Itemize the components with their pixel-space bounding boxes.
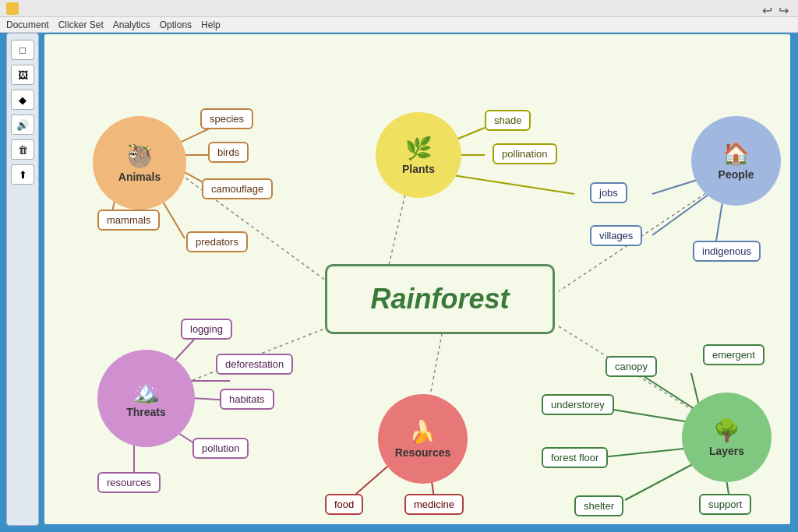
plants-icon: 🌿 xyxy=(405,136,433,161)
resources-medicine[interactable]: medicine xyxy=(404,494,464,515)
sidebar-btn-2[interactable]: 🖼 xyxy=(11,65,34,85)
plants-pollination[interactable]: pollination xyxy=(493,143,557,164)
animals-label: Animals xyxy=(118,171,161,183)
menu-clicker-set[interactable]: Clicker Set xyxy=(58,19,104,30)
threats-label: Threats xyxy=(126,406,166,418)
threats-resources[interactable]: resources xyxy=(97,472,161,493)
plants-node[interactable]: 🌿 Plants xyxy=(376,112,461,198)
threats-pollution[interactable]: pollution xyxy=(192,438,249,459)
window-controls: ↩ ↪ xyxy=(762,3,789,18)
layers-icon: 🌳 xyxy=(713,417,740,443)
threats-node[interactable]: 🏔️ Threats xyxy=(97,350,195,447)
animals-node[interactable]: 🦥 Animals xyxy=(93,116,186,210)
sidebar-btn-3[interactable]: ◆ xyxy=(11,90,34,110)
people-indigenous[interactable]: indigenous xyxy=(693,241,761,262)
sidebar-btn-1[interactable]: □ xyxy=(11,40,34,60)
resources-icon: 🍌 xyxy=(409,419,436,445)
resources-node[interactable]: 🍌 Resources xyxy=(378,394,468,484)
people-jobs[interactable]: jobs xyxy=(590,182,627,203)
animals-predators[interactable]: predators xyxy=(186,231,248,252)
redo-button[interactable]: ↪ xyxy=(779,3,789,18)
central-label: Rainforest xyxy=(370,283,509,315)
sidebar-btn-4[interactable]: 🔊 xyxy=(11,115,34,135)
animals-camouflage[interactable]: camouflage xyxy=(202,178,273,199)
plants-label: Plants xyxy=(402,163,435,175)
resources-food[interactable]: food xyxy=(325,494,363,515)
plants-shade[interactable]: shade xyxy=(485,110,531,131)
animals-birds[interactable]: birds xyxy=(208,142,249,163)
undo-button[interactable]: ↩ xyxy=(762,3,772,18)
mind-map-canvas: Rainforest 🦥 Animals species birds camou… xyxy=(43,33,792,526)
app-icon xyxy=(6,2,19,15)
animals-species[interactable]: species xyxy=(200,108,253,129)
layers-label: Layers xyxy=(709,445,744,457)
layers-node[interactable]: 🌳 Layers xyxy=(682,393,772,482)
people-node[interactable]: 🏠 People xyxy=(691,116,781,206)
threats-logging[interactable]: logging xyxy=(181,319,232,340)
central-node: Rainforest xyxy=(325,264,555,334)
animals-icon: 🦥 xyxy=(126,143,154,169)
sidebar-btn-6[interactable]: ⬆ xyxy=(11,164,34,185)
layers-emergent[interactable]: emergent xyxy=(703,344,764,365)
threats-habitats[interactable]: habitats xyxy=(220,389,274,410)
left-sidebar: □ 🖼 ◆ 🔊 🗑 ⬆ xyxy=(6,33,39,526)
menu-bar: Document Clicker Set Analytics Options H… xyxy=(0,17,798,33)
layers-canopy[interactable]: canopy xyxy=(606,356,657,377)
menu-analytics[interactable]: Analytics xyxy=(113,19,150,30)
threats-icon: 🏔️ xyxy=(132,379,160,404)
people-label: People xyxy=(719,168,754,181)
layers-understorey[interactable]: understorey xyxy=(542,394,614,415)
layers-shelter[interactable]: shelter xyxy=(574,495,623,516)
title-bar: ↩ ↪ xyxy=(0,0,798,17)
threats-deforestation[interactable]: deforestation xyxy=(216,354,293,375)
menu-options[interactable]: Options xyxy=(160,19,192,30)
sidebar-btn-5[interactable]: 🗑 xyxy=(11,139,34,160)
menu-help[interactable]: Help xyxy=(201,19,221,30)
resources-label: Resources xyxy=(395,446,451,459)
menu-document[interactable]: Document xyxy=(6,19,49,30)
people-icon: 🏠 xyxy=(722,141,750,167)
animals-mammals[interactable]: mammals xyxy=(97,210,160,231)
layers-forest-floor[interactable]: forest floor xyxy=(542,447,608,468)
layers-support[interactable]: support xyxy=(699,494,751,515)
people-villages[interactable]: villages xyxy=(590,225,642,246)
svg-line-9 xyxy=(652,190,715,235)
